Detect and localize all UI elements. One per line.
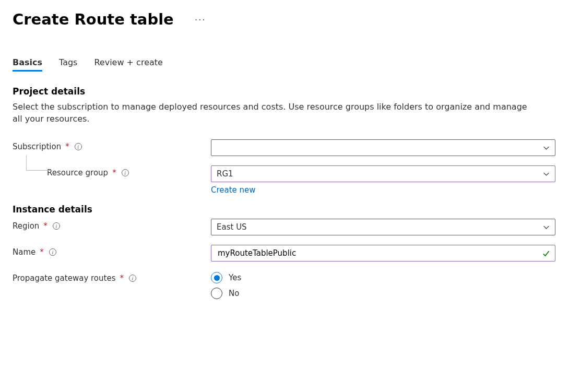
- subscription-select[interactable]: [211, 139, 555, 156]
- check-icon: [542, 250, 550, 257]
- radio-label: Yes: [229, 273, 241, 282]
- name-label: Name * i: [13, 245, 211, 257]
- chevron-down-icon: [543, 224, 550, 231]
- tab-review-create[interactable]: Review + create: [94, 57, 162, 72]
- region-label: Region * i: [13, 219, 211, 231]
- radio-label: No: [229, 289, 239, 298]
- propagate-no-option[interactable]: No: [211, 288, 555, 299]
- propagate-yes-option[interactable]: Yes: [211, 272, 555, 283]
- name-input[interactable]: [217, 248, 538, 258]
- info-icon[interactable]: i: [75, 143, 82, 150]
- radio-icon: [211, 288, 222, 299]
- tabs: Basics Tags Review + create: [13, 57, 556, 72]
- propagate-label: Propagate gateway routes * i: [13, 271, 211, 283]
- chevron-down-icon: [543, 145, 550, 151]
- name-input-wrapper: [211, 245, 555, 262]
- instance-details-heading: Instance details: [13, 204, 556, 215]
- radio-icon: [211, 272, 222, 283]
- region-select[interactable]: East US: [211, 219, 555, 235]
- tab-basics[interactable]: Basics: [13, 57, 42, 72]
- page-title: Create Route table: [13, 10, 174, 28]
- more-icon[interactable]: ···: [195, 14, 206, 25]
- tree-connector: [26, 155, 52, 171]
- project-details-heading: Project details: [13, 86, 556, 97]
- info-icon[interactable]: i: [49, 248, 56, 256]
- tab-tags[interactable]: Tags: [59, 57, 77, 72]
- chevron-down-icon: [543, 171, 550, 177]
- propagate-radio-group: Yes No: [211, 271, 555, 299]
- create-new-link[interactable]: Create new: [211, 185, 256, 195]
- info-icon[interactable]: i: [53, 222, 60, 230]
- resource-group-select[interactable]: RG1: [211, 165, 555, 182]
- subscription-label: Subscription * i: [13, 139, 211, 151]
- project-details-description: Select the subscription to manage deploy…: [13, 101, 535, 125]
- info-icon[interactable]: i: [129, 275, 136, 282]
- resource-group-label: Resource group * i: [13, 165, 211, 177]
- info-icon[interactable]: i: [122, 169, 129, 176]
